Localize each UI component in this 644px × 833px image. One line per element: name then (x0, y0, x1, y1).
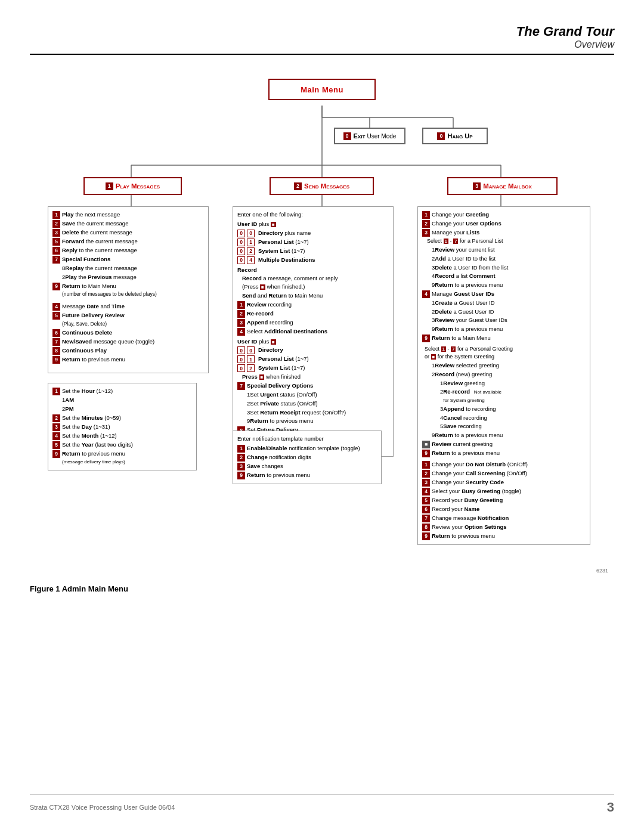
page-subtitle: Overview (30, 39, 614, 50)
page-title: The Grand Tour (30, 24, 614, 39)
send-sub-panel: Enter notification template number 1Enab… (233, 431, 382, 484)
diagram-area: Main Menu 0 Exit User Mode 0 Hang Up 1 P… (36, 61, 608, 574)
footer: Strata CTX28 Voice Processing User Guide… (30, 794, 614, 815)
hangup-badge: 0 (437, 132, 445, 140)
send-label: Send Messages (304, 182, 349, 190)
footer-guide-text: Strata CTX28 Voice Processing User Guide… (30, 804, 175, 811)
main-menu-box: Main Menu (268, 79, 376, 100)
header: The Grand Tour Overview (30, 24, 614, 55)
diagram-number: 6231 (596, 568, 608, 574)
hangup-label: Hang Up (447, 132, 472, 140)
play-label: Play Messages (116, 182, 160, 190)
figure-caption: Figure 1 Admin Main Menu (30, 584, 614, 593)
exit-box: 0 Exit User Mode (334, 128, 405, 144)
play-panel: 1Play the next message 2Save the current… (48, 206, 209, 373)
send-panel: Enter one of the following: User ID plus… (233, 206, 394, 457)
page-container: The Grand Tour Overview (0, 0, 644, 833)
play-badge: 1 (106, 182, 113, 190)
play-sub-panel: 1Set the Hour (1~12) 1AM 2PM 2Set the Mi… (48, 383, 197, 470)
play-messages-box: 1 Play Messages (83, 177, 182, 195)
send-badge: 2 (294, 182, 302, 190)
manage-panel: 1Change your Greeting 2Change your User … (417, 206, 590, 545)
exit-badge: 0 (343, 132, 351, 140)
main-menu-label: Main Menu (301, 85, 343, 94)
footer-page-number: 3 (607, 800, 614, 815)
send-messages-box: 2 Send Messages (270, 177, 374, 195)
hangup-box: 0 Hang Up (422, 128, 488, 144)
exit-label: Exit (354, 132, 366, 140)
manage-label: Manage Mailbox (483, 182, 532, 190)
exit-sub: User Mode (367, 133, 396, 140)
manage-badge: 3 (473, 182, 481, 190)
manage-mailbox-box: 3 Manage Mailbox (447, 177, 558, 195)
